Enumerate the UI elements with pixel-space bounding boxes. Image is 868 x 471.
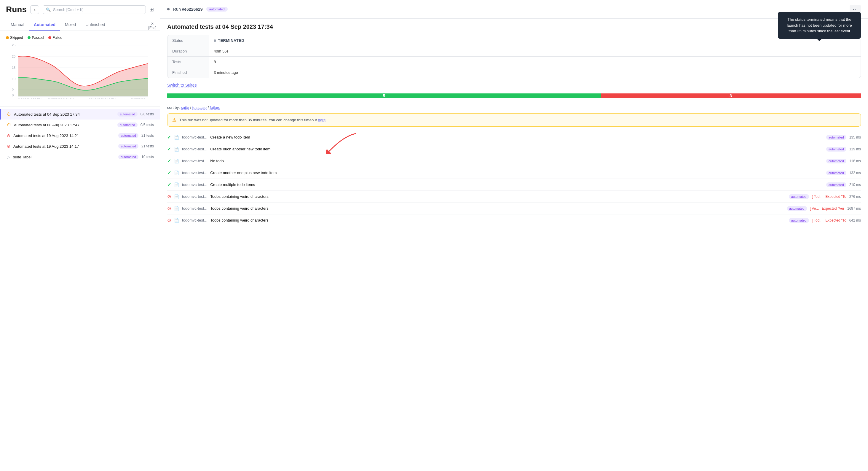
tabs-wrapper: Manual Automated Mixed Unfinished ✕ [Esc… bbox=[0, 19, 160, 31]
search-bar[interactable]: 🔍 Search [Cmd + K] bbox=[43, 5, 146, 14]
sort-suite-link[interactable]: suite bbox=[181, 105, 189, 110]
run-title-2: Automated tests at 08 Aug 2023 17:47 bbox=[14, 123, 115, 127]
passed-dot bbox=[28, 36, 31, 39]
test-duration-1: 135 ms bbox=[849, 135, 861, 139]
sort-label: sort by: bbox=[167, 105, 180, 110]
test-row-3[interactable]: ✔ 📄 todomvc-test... No todo automated 11… bbox=[167, 155, 861, 167]
svg-text:08/15/2023: 08/15/2023 bbox=[130, 98, 145, 98]
tab-mixed[interactable]: Mixed bbox=[60, 19, 81, 31]
test-row-5[interactable]: ✔ 📄 todomvc-test... Create multiple todo… bbox=[167, 179, 861, 191]
duration-value: 40m 56s bbox=[209, 46, 861, 57]
run-count-2: 0/6 tests bbox=[141, 123, 154, 127]
file-icon-7: 📄 bbox=[174, 206, 179, 211]
pass-icon-5: ✔ bbox=[167, 182, 171, 187]
file-icon-2: 📄 bbox=[174, 147, 179, 152]
sort-bar: sort by: suite / testcase / failure bbox=[160, 105, 868, 113]
run-item-4[interactable]: ⊘ Automated tests at 19 Aug 2023 14:17 a… bbox=[0, 141, 160, 152]
legend: Skipped Passed Failed bbox=[6, 36, 154, 40]
legend-skipped: Skipped bbox=[6, 36, 23, 40]
test-duration-3: 118 ms bbox=[849, 159, 861, 163]
normal-icon-5: ▷ bbox=[7, 154, 10, 159]
switch-suites-link[interactable]: Switch to Suites bbox=[167, 83, 197, 88]
test-error-prefix-8: [ Tod... bbox=[812, 218, 823, 223]
run-count-4: 21 tests bbox=[142, 144, 154, 148]
test-row-6[interactable]: ⊘ 📄 todomvc-test... Todos containing wei… bbox=[167, 191, 861, 203]
test-duration-8: 642 ms bbox=[849, 218, 861, 223]
test-name-8: Todos containing weird characters bbox=[210, 218, 784, 223]
close-label: [Esc] bbox=[148, 26, 156, 30]
chart-area: Skipped Passed Failed 25 20 15 10 5 0 bbox=[0, 31, 160, 107]
legend-passed: Passed bbox=[28, 36, 43, 40]
test-list: ✔ 📄 todomvc-test... Create a new todo it… bbox=[160, 131, 868, 226]
test-row-7[interactable]: ⊘ 📄 todomvc-test... Todos containing wei… bbox=[167, 203, 861, 214]
run-detail-title: Automated tests at 04 Sep 2023 17:34 bbox=[160, 19, 868, 30]
status-indicator bbox=[214, 39, 216, 42]
run-id-value: #e6226629 bbox=[182, 7, 203, 11]
sort-failure-link[interactable]: failure bbox=[210, 105, 220, 110]
chart: 25 20 15 10 5 0 '15/2023 2 bbox=[6, 42, 154, 101]
test-row-8[interactable]: ⊘ 📄 todomvc-test... Todos containing wei… bbox=[167, 214, 861, 226]
tab-unfinished[interactable]: Unfinished bbox=[81, 19, 110, 31]
test-badge-7: automated bbox=[787, 206, 807, 211]
skipped-dot bbox=[6, 36, 9, 39]
warning-box: ⚠ This run was not updated for more than… bbox=[167, 113, 861, 127]
chart-svg: 25 20 15 10 5 0 '15/2023 2 bbox=[6, 42, 148, 98]
run-badge-3: automated bbox=[118, 133, 138, 138]
run-badge-5: automated bbox=[118, 154, 138, 159]
test-badge-2: automated bbox=[826, 147, 846, 152]
filter-button[interactable]: ⬦ bbox=[30, 5, 39, 14]
sort-testcase-link[interactable]: testcase bbox=[192, 105, 207, 110]
test-row-1[interactable]: ✔ 📄 todomvc-test... Create a new todo it… bbox=[167, 131, 861, 143]
tests-label: Tests bbox=[167, 57, 209, 67]
test-duration-2: 119 ms bbox=[849, 147, 861, 151]
run-item-2[interactable]: ⏱ Automated tests at 08 Aug 2023 17:47 a… bbox=[0, 120, 160, 130]
pass-icon-1: ✔ bbox=[167, 135, 171, 140]
run-title-3: Automated tests at 19 Aug 2023 14:21 bbox=[13, 134, 115, 138]
test-duration-6: 276 ms bbox=[849, 195, 861, 199]
run-badge-2: automated bbox=[117, 122, 137, 127]
test-suite-3: todomvc-test... bbox=[182, 159, 207, 163]
test-badge-3: automated bbox=[826, 159, 846, 164]
tab-automated[interactable]: Automated bbox=[29, 19, 60, 31]
tab-manual[interactable]: Manual bbox=[6, 19, 29, 31]
test-badge-8: automated bbox=[789, 218, 809, 223]
test-name-5: Create multiple todo items bbox=[210, 182, 822, 187]
test-suite-1: todomvc-test... bbox=[182, 135, 207, 139]
tabs: Manual Automated Mixed Unfinished bbox=[0, 19, 160, 31]
warning-link[interactable]: here bbox=[318, 118, 326, 122]
test-name-3: No todo bbox=[210, 159, 822, 163]
search-placeholder: Search [Cmd + K] bbox=[53, 7, 84, 12]
edit-icon[interactable]: ⊞ bbox=[149, 6, 154, 13]
test-row-2[interactable]: ✔ 📄 todomvc-test... Create ouch another … bbox=[167, 143, 861, 155]
run-count-1: 0/8 tests bbox=[141, 112, 154, 116]
skipped-label: Skipped bbox=[10, 36, 23, 40]
run-count-3: 21 tests bbox=[142, 134, 154, 138]
run-item-1[interactable]: ⏱ Automated tests at 04 Sep 2023 17:34 a… bbox=[0, 109, 160, 120]
test-badge-1: automated bbox=[826, 135, 846, 140]
progress-bar: 5 3 bbox=[167, 91, 861, 100]
tests-value: 8 bbox=[209, 57, 861, 67]
test-name-2: Create ouch another new todo item bbox=[210, 147, 822, 151]
close-button[interactable]: ✕ [Esc] bbox=[145, 19, 160, 32]
legend-failed: Failed bbox=[48, 36, 62, 40]
test-row-4[interactable]: ✔ 📄 todomvc-test... Create another one p… bbox=[167, 167, 861, 179]
file-icon-4: 📄 bbox=[174, 171, 179, 175]
run-count-5: 10 tests bbox=[142, 155, 154, 159]
run-status-dot bbox=[167, 8, 169, 10]
svg-text:15: 15 bbox=[12, 66, 16, 69]
run-item-5[interactable]: ▷ suite_label automated 10 tests bbox=[0, 152, 160, 162]
test-duration-7: 1697 ms bbox=[847, 206, 861, 211]
test-badge-6: automated bbox=[789, 194, 809, 199]
close-icon: ✕ bbox=[151, 22, 154, 26]
file-icon-3: 📄 bbox=[174, 159, 179, 164]
failed-icon-4: ⊘ bbox=[7, 144, 10, 149]
test-suite-7: todomvc-test... bbox=[182, 206, 207, 211]
left-panel: Runs ⬦ 🔍 Search [Cmd + K] ⊞ Manual Autom… bbox=[0, 0, 160, 471]
run-item-3[interactable]: ⊘ Automated tests at 19 Aug 2023 14:21 a… bbox=[0, 130, 160, 141]
run-title-1: Automated tests at 04 Sep 2023 17:34 bbox=[14, 112, 115, 117]
run-list: ⏱ Automated tests at 04 Sep 2023 17:34 a… bbox=[0, 107, 160, 471]
file-icon-6: 📄 bbox=[174, 194, 179, 199]
failed-label: Failed bbox=[53, 36, 62, 40]
left-header: Runs ⬦ 🔍 Search [Cmd + K] ⊞ bbox=[0, 0, 160, 19]
right-header: Run #e6226629 automated ⋯ bbox=[160, 0, 868, 19]
